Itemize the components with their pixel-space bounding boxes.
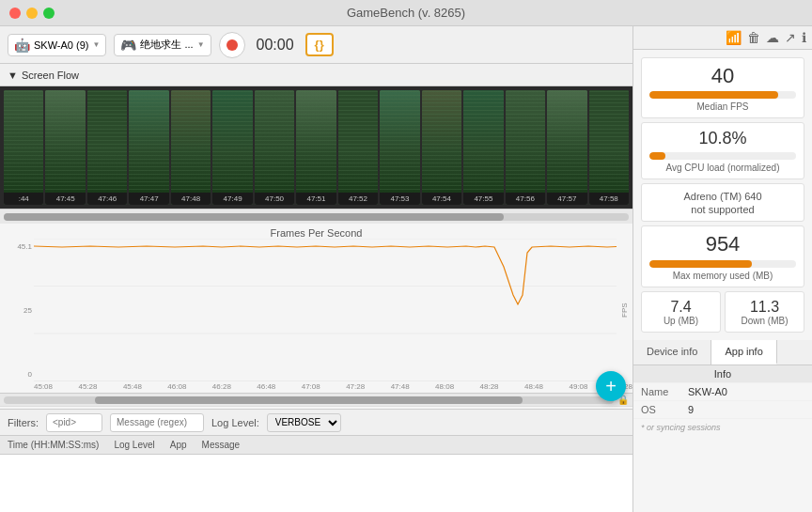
log-area: Filters: Log Level: VERBOSE Time (HH:MM:… xyxy=(0,409,632,512)
screen-thumb-1[interactable]: 47:45 xyxy=(45,90,85,205)
app-title: GameBench (v. 8265) xyxy=(347,6,465,20)
log-content xyxy=(0,455,632,512)
timer-display: 00:00 xyxy=(257,37,294,54)
screen-flow-scrollbar-row xyxy=(0,209,632,224)
fps-x-9: 48:08 xyxy=(435,382,454,391)
fps-scrollbar-track[interactable] xyxy=(4,396,614,404)
upload-icon[interactable]: ☁ xyxy=(766,30,779,45)
fps-scrollbar-thumb[interactable] xyxy=(95,396,522,404)
screen-thumb-4[interactable]: 47:48 xyxy=(171,90,211,205)
fps-x-3: 46:08 xyxy=(167,382,186,391)
app-selector[interactable]: 🎮 绝地求生 ... ▼ xyxy=(114,34,211,56)
memory-stat-card: 954 Max memory used (MB) xyxy=(641,225,804,287)
fps-x-1: 45:28 xyxy=(78,382,97,391)
info-row-os: OS 9 xyxy=(633,400,812,418)
filters-label: Filters: xyxy=(8,417,39,428)
screen-thumb-13[interactable]: 47:57 xyxy=(547,90,586,205)
screen-thumb-9[interactable]: 47:53 xyxy=(380,90,419,205)
screen-thumb-6[interactable]: 47:50 xyxy=(255,90,294,205)
info-row-name: Name SKW-A0 xyxy=(633,382,812,400)
share-icon[interactable]: ↗ xyxy=(785,30,796,45)
android-icon: 🤖 xyxy=(14,38,30,53)
fps-y-max: 45.1 xyxy=(2,242,32,251)
maximize-button[interactable] xyxy=(43,8,55,19)
screen-thumb-11[interactable]: 47:55 xyxy=(463,90,503,205)
cpu-stat-bar xyxy=(649,152,665,160)
tab-app-info[interactable]: App info xyxy=(711,340,776,365)
memory-stat-bar-wrap xyxy=(649,260,796,268)
fps-chart-title: Frames Per Second xyxy=(0,224,632,239)
app-icon: 🎮 xyxy=(120,38,136,53)
fps-y-min: 0 xyxy=(2,370,32,379)
log-header-row: Time (HH:MM:SS:ms) Log Level App Message xyxy=(0,436,632,455)
device-label: SKW-A0 (9) xyxy=(34,39,88,51)
cpu-stat-card: 10.8% Avg CPU load (normalized) xyxy=(641,122,804,179)
fps-chart-container: Frames Per Second 45.1 25 0 xyxy=(0,224,632,407)
info-icon[interactable]: ℹ xyxy=(802,30,806,45)
fps-chart-svg xyxy=(34,239,617,382)
log-empty-state xyxy=(0,455,632,512)
screen-flow-scrollbar-thumb[interactable] xyxy=(4,213,504,221)
json-button[interactable]: {} xyxy=(305,33,334,56)
info-table-header: Info xyxy=(633,365,812,383)
download-stat-value: 11.3 xyxy=(733,298,796,316)
fab-button[interactable]: + xyxy=(596,371,626,401)
record-button[interactable] xyxy=(219,32,245,58)
info-key-os: OS xyxy=(633,400,680,418)
fps-scrollbar-row: 🔒 xyxy=(0,393,632,406)
screen-thumb-0[interactable]: :44 xyxy=(4,90,43,205)
main-layout: 🤖 SKW-A0 (9) ▼ 🎮 绝地求生 ... ▼ 00:00 {} ▼ S… xyxy=(0,26,812,512)
info-value-os: 9 xyxy=(680,400,812,418)
fps-x-8: 47:48 xyxy=(391,382,410,391)
minimize-button[interactable] xyxy=(26,8,38,19)
cpu-stat-bar-wrap xyxy=(649,152,796,160)
download-stat-label: Down (MB) xyxy=(733,316,796,326)
screen-thumb-14[interactable]: 47:58 xyxy=(589,90,629,205)
log-level-select[interactable]: VERBOSE xyxy=(267,413,341,432)
log-col-level: Log Level xyxy=(114,440,154,450)
screen-flow-title: Screen Flow xyxy=(22,70,79,81)
screen-flow-scrollbar-track[interactable] xyxy=(4,213,629,221)
screen-thumb-7[interactable]: 47:51 xyxy=(296,90,336,205)
screen-thumb-5[interactable]: 47:49 xyxy=(212,90,252,205)
screen-thumb-8[interactable]: 47:52 xyxy=(338,90,378,205)
fps-chart-svg-wrap xyxy=(34,239,617,382)
right-panel-icons: 📶 🗑 ☁ ↗ ℹ xyxy=(633,26,812,50)
chevron-down-app-icon: ▼ xyxy=(197,40,205,49)
pid-filter-input[interactable] xyxy=(46,413,102,432)
screen-thumb-12[interactable]: 47:56 xyxy=(506,90,545,205)
chevron-down-icon: ▼ xyxy=(92,40,100,49)
window-controls xyxy=(9,8,55,19)
stats-grid: 40 Median FPS 10.8% Avg CPU load (normal… xyxy=(633,50,812,340)
device-selector[interactable]: 🤖 SKW-A0 (9) ▼ xyxy=(8,34,106,56)
trash-icon[interactable]: 🗑 xyxy=(747,30,760,45)
sync-note: * or syncing sessions xyxy=(633,419,812,436)
message-filter-input[interactable] xyxy=(110,413,204,432)
gpu-stat-card: Adreno (TM) 640 not supported xyxy=(641,183,804,222)
cpu-chart-title: CPU usage (normalized) xyxy=(0,407,632,409)
tab-device-info[interactable]: Device info xyxy=(633,340,711,365)
fps-y-mid: 25 xyxy=(2,306,32,315)
close-button[interactable] xyxy=(9,8,21,19)
info-table: Info Name SKW-A0 OS 9 xyxy=(633,365,812,419)
charts-area: Frames Per Second 45.1 25 0 xyxy=(0,224,632,409)
cpu-chart-container: CPU usage (normalized) 72.181 50 25 0 xyxy=(0,407,632,409)
screen-thumb-3[interactable]: 47:47 xyxy=(129,90,168,205)
screen-flow-images: :44 47:45 47:46 47:47 47:48 47:49 47:50 … xyxy=(0,86,632,209)
cpu-stat-label: Avg CPU load (normalized) xyxy=(649,163,796,173)
info-value-name: SKW-A0 xyxy=(680,382,812,400)
record-indicator xyxy=(226,39,238,51)
left-panel: 🤖 SKW-A0 (9) ▼ 🎮 绝地求生 ... ▼ 00:00 {} ▼ S… xyxy=(0,26,633,512)
collapse-icon[interactable]: ▼ xyxy=(8,70,18,81)
screen-flow-area: :44 47:45 47:46 47:47 47:48 47:49 47:50 … xyxy=(0,86,632,209)
screen-thumb-2[interactable]: 47:46 xyxy=(87,90,127,205)
fps-x-12: 49:08 xyxy=(569,382,587,391)
gpu-stat-line2: not supported xyxy=(649,204,796,215)
memory-stat-bar xyxy=(649,260,752,268)
fps-x-11: 48:48 xyxy=(524,382,543,391)
screen-thumb-10[interactable]: 47:54 xyxy=(422,90,461,205)
fps-stat-value: 40 xyxy=(649,64,796,88)
gpu-stat-line1: Adreno (TM) 640 xyxy=(649,190,796,204)
fps-stat-bar xyxy=(649,91,778,99)
network-stat-row: 7.4 Up (MB) 11.3 Down (MB) xyxy=(641,291,804,333)
